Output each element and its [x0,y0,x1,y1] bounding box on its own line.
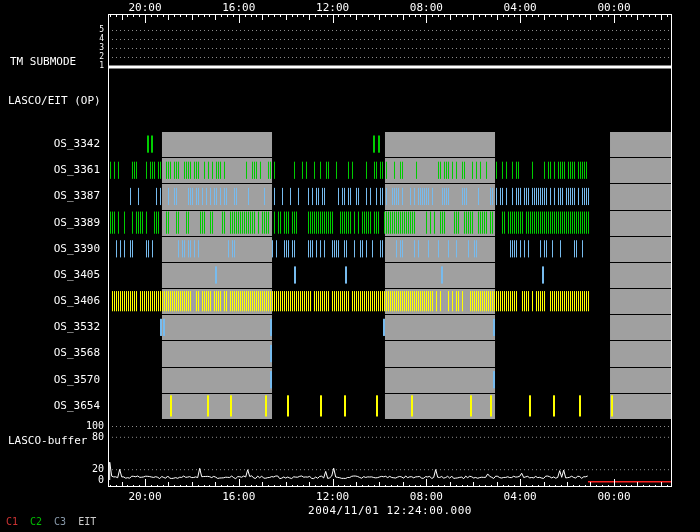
tm-submode-label: TM SUBMODE [10,55,76,68]
time-tick-label-top: 12:00 [311,1,355,14]
row-label: OS_3361 [0,157,100,183]
time-tick-label-top: 04:00 [498,1,542,14]
tm-scale-label: 3 [88,43,104,52]
tm-scale-label: 5 [88,25,104,34]
buffer-scale-label: 0 [78,474,104,485]
time-tick-label-bottom: 12:00 [311,490,355,503]
time-tick-label-top: 00:00 [592,1,636,14]
buffer-scale-label: 20 [78,463,104,474]
time-tick-label-bottom: 20:00 [123,490,167,503]
legend-item-c3: C3 [54,516,66,527]
row-label: OS_3389 [0,210,100,236]
tm-scale-label: 4 [88,34,104,43]
tm-scale-label: 1 [88,61,104,70]
row-label: OS_3405 [0,262,100,288]
time-tick-label-bottom: 00:00 [592,490,636,503]
legend-item-c1: C1 [6,516,18,527]
buffer-scale-label: 100 [78,420,104,431]
row-label: OS_3390 [0,236,100,262]
time-tick-label-top: 08:00 [404,1,448,14]
buffer-scale-label: 80 [78,431,104,442]
row-label: OS_3406 [0,288,100,314]
row-label: OS_3387 [0,183,100,209]
time-tick-label-bottom: 04:00 [498,490,542,503]
legend-item-eit: EIT [78,516,96,527]
row-label: OS_3654 [0,393,100,419]
time-tick-label-bottom: 16:00 [217,490,261,503]
timeline-plot-canvas [0,0,700,532]
datetime-label: 2004/11/01 12:24:00.000 [108,504,672,517]
time-tick-label-bottom: 08:00 [404,490,448,503]
row-label: OS_3342 [0,131,100,157]
time-tick-label-top: 16:00 [217,1,261,14]
row-label: OS_3532 [0,314,100,340]
row-label: OS_3568 [0,340,100,366]
row-label: OS_3570 [0,367,100,393]
camera-legend: C1C2C3EIT [6,516,96,527]
lasco-timeline-screen: TM SUBMODE LASCO/EIT (OP) LASCO-buffer 2… [0,0,700,532]
legend-item-c2: C2 [30,516,42,527]
lasco-eit-op-label: LASCO/EIT (OP) [8,94,101,107]
time-tick-label-top: 20:00 [123,1,167,14]
tm-scale-label: 2 [88,52,104,61]
lasco-buffer-label: LASCO-buffer [8,434,87,447]
